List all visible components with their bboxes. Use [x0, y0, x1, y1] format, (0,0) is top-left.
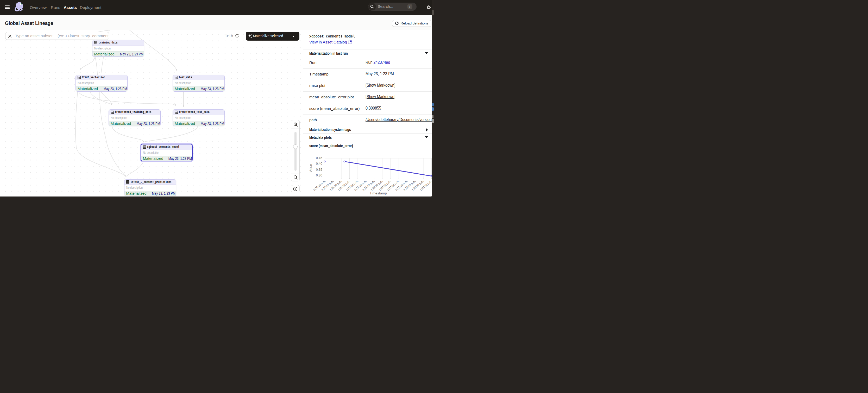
svg-text:Value: Value — [309, 164, 313, 172]
svg-text:0.45: 0.45 — [316, 156, 322, 160]
svg-text:0.30: 0.30 — [316, 173, 322, 177]
svg-text:0.40: 0.40 — [316, 162, 322, 166]
svg-text:0.35: 0.35 — [316, 168, 322, 171]
svg-text:Timestamp: Timestamp — [369, 191, 386, 195]
